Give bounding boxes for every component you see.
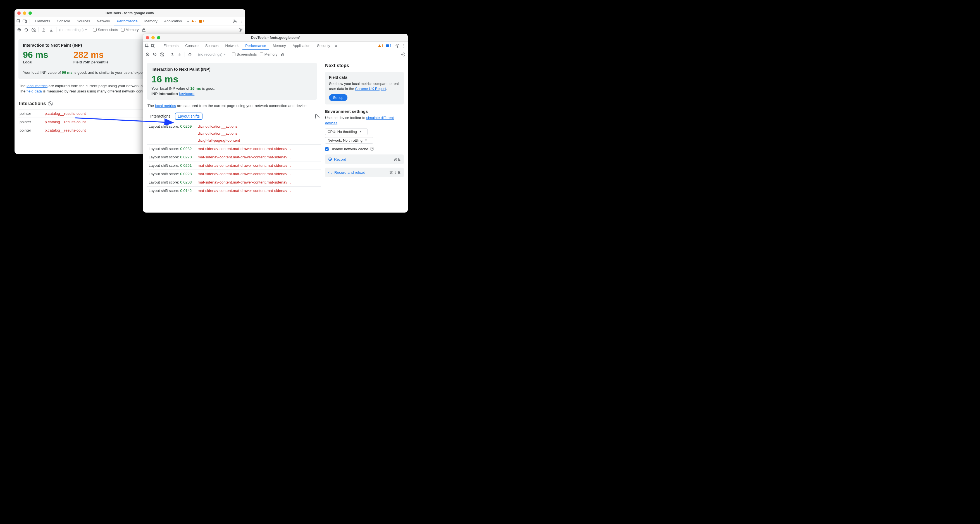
minimize-icon[interactable] (23, 11, 26, 15)
clear-layout-shifts-icon[interactable] (315, 114, 316, 118)
traffic-lights (146, 36, 160, 39)
record-reload-action[interactable]: Record and reload ⌘ ⇧ E (325, 167, 404, 177)
field-data-title: Field data (329, 75, 400, 80)
garbage-collect-icon[interactable] (280, 52, 285, 57)
tab-performance[interactable]: Performance (114, 18, 140, 25)
tab-application[interactable]: Application (161, 17, 185, 25)
inp-title: Interaction to Next Paint (INP) (151, 67, 312, 72)
device-toolbar-icon[interactable] (22, 19, 27, 24)
field-data-desc: See how your local metrics compare to re… (329, 81, 400, 91)
local-metrics-link[interactable]: local metrics (155, 104, 176, 108)
screenshots-checkbox[interactable]: Screenshots (232, 52, 257, 56)
list-item[interactable]: Layout shift score: 0.0282mat-sidenav-co… (147, 144, 321, 153)
setup-button[interactable]: Set up (329, 94, 347, 101)
tab-console[interactable]: Console (54, 17, 73, 25)
upload-icon[interactable] (170, 52, 175, 57)
tab-network[interactable]: Network (94, 17, 113, 25)
tabs-overflow[interactable]: » (334, 44, 338, 48)
clear-icon[interactable] (160, 52, 164, 57)
help-icon[interactable]: ? (370, 147, 374, 151)
warnings-badge[interactable]: 2 (191, 19, 197, 23)
issues-badge[interactable]: 1 (199, 19, 204, 23)
clear-icon[interactable] (31, 28, 36, 32)
tab-memory[interactable]: Memory (142, 17, 160, 25)
svg-point-12 (146, 54, 148, 55)
inspect-icon[interactable] (16, 19, 21, 24)
divider (185, 52, 185, 57)
field-data-link[interactable]: field data (27, 89, 42, 93)
recordings-dropdown[interactable]: (no recordings)▼ (59, 28, 87, 32)
reload-icon[interactable] (153, 52, 157, 57)
cpu-throttle-select[interactable]: CPU: No throttling (325, 129, 368, 135)
svg-point-10 (397, 45, 398, 46)
inspect-icon[interactable] (145, 43, 150, 48)
list-item[interactable]: Layout shift score: 0.0269 div.notificat… (147, 122, 321, 144)
record-action[interactable]: Record ⌘ E (325, 154, 404, 164)
titlebar: DevTools - fonts.google.com/ (14, 9, 245, 17)
tab-console[interactable]: Console (182, 41, 201, 50)
perf-toolbar: (no recordings)▼ Screenshots Memory (14, 25, 245, 34)
divider (195, 52, 195, 57)
environment-settings: Environment settings Use the device tool… (325, 109, 404, 151)
devtools-window-b: DevTools - fonts.google.com/ Elements Co… (143, 34, 408, 213)
list-item[interactable]: Layout shift score: 0.0228mat-sidenav-co… (147, 170, 321, 178)
crux-link[interactable]: Chrome UX Report (355, 87, 386, 91)
inp-field-label: Field 75th percentile (73, 60, 109, 64)
tab-performance[interactable]: Performance (242, 42, 269, 50)
home-icon[interactable] (188, 52, 192, 57)
tab-elements[interactable]: Elements (161, 41, 181, 50)
tab-application[interactable]: Application (290, 41, 313, 50)
divider (229, 52, 229, 57)
garbage-collect-icon[interactable] (142, 28, 146, 32)
download-icon[interactable] (49, 28, 53, 32)
more-icon[interactable]: ⋮ (239, 19, 243, 24)
shortcut-label: ⌘ ⇧ E (389, 170, 401, 175)
tabs-overflow[interactable]: » (186, 19, 190, 23)
close-icon[interactable] (146, 36, 149, 39)
device-toolbar-icon[interactable] (151, 43, 156, 48)
inp-value: 16 ms (151, 74, 312, 84)
inp-local-value: 96 ms (23, 50, 48, 60)
titlebar: DevTools - fonts.google.com/ (143, 34, 408, 41)
gear-icon[interactable] (232, 19, 237, 24)
screenshots-checkbox[interactable]: Screenshots (93, 28, 118, 32)
upload-icon[interactable] (41, 28, 46, 32)
svg-rect-2 (25, 21, 27, 22)
record-icon[interactable] (145, 52, 150, 57)
list-item[interactable]: Layout shift score: 0.0203mat-sidenav-co… (147, 178, 321, 186)
recordings-dropdown[interactable]: (no recordings)▼ (198, 52, 226, 56)
reload-icon[interactable] (24, 28, 29, 32)
subtab-interactions[interactable]: Interactions (149, 113, 172, 119)
keyboard-link[interactable]: keyboard (179, 92, 195, 96)
disable-cache-checkbox[interactable]: Disable network cache? (325, 147, 404, 151)
tab-sources[interactable]: Sources (74, 17, 93, 25)
messages-badge[interactable]: 1 (386, 44, 391, 48)
gear-icon[interactable] (395, 43, 400, 48)
warnings-badge[interactable]: 1 (378, 44, 383, 48)
list-item[interactable]: Layout shift score: 0.0270mat-sidenav-co… (147, 153, 321, 161)
env-desc: Use the device toolbar to simulate diffe… (325, 115, 404, 126)
zoom-icon[interactable] (29, 11, 32, 15)
clear-interactions-icon[interactable] (48, 101, 53, 106)
list-item[interactable]: Layout shift score: 0.0251mat-sidenav-co… (147, 161, 321, 170)
subtab-layout-shifts[interactable]: Layout shifts (175, 113, 202, 120)
tab-sources[interactable]: Sources (202, 41, 221, 50)
close-icon[interactable] (18, 11, 21, 15)
local-metrics-link[interactable]: local metrics (27, 84, 48, 88)
record-icon[interactable] (17, 28, 21, 32)
tab-network[interactable]: Network (223, 41, 242, 50)
memory-checkbox[interactable]: Memory (260, 52, 278, 56)
tab-memory[interactable]: Memory (270, 41, 289, 50)
list-item[interactable]: Layout shift score: 0.0142mat-sidenav-co… (147, 186, 321, 195)
download-icon (177, 52, 182, 57)
network-throttle-select[interactable]: Network: No throttling (325, 137, 373, 143)
minimize-icon[interactable] (151, 36, 155, 39)
panel-gear-icon[interactable] (401, 52, 406, 57)
panel-gear-icon[interactable] (239, 28, 243, 32)
divider (90, 27, 90, 32)
memory-checkbox[interactable]: Memory (121, 28, 139, 32)
tab-elements[interactable]: Elements (32, 17, 53, 25)
zoom-icon[interactable] (157, 36, 160, 39)
more-icon[interactable]: ⋮ (401, 43, 406, 48)
tab-security[interactable]: Security (314, 41, 333, 50)
